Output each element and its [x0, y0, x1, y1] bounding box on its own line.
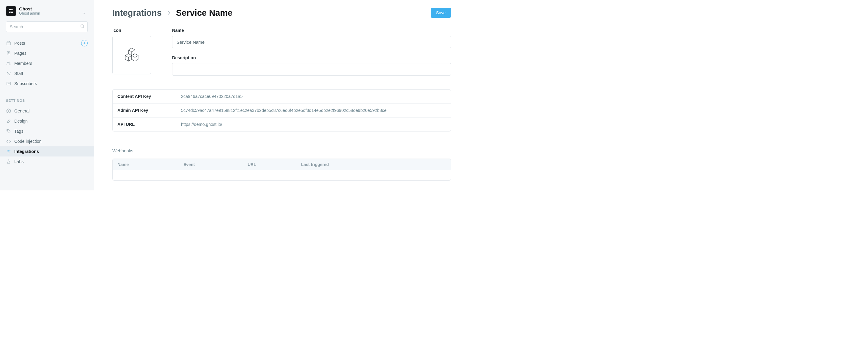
nav-primary: Posts Pages Members — [0, 36, 94, 90]
flask-icon — [6, 159, 11, 164]
svg-rect-0 — [9, 9, 11, 10]
svg-rect-4 — [11, 12, 13, 13]
svg-point-19 — [7, 72, 9, 73]
webhooks-table-body-empty — [113, 170, 451, 180]
sidebar-item-posts[interactable]: Posts — [0, 38, 94, 48]
api-key-label: Content API Key — [117, 94, 181, 99]
api-row-content-key[interactable]: Content API Key 2ca946a7cace69470220a7d1… — [113, 90, 451, 103]
sidebar-item-tags[interactable]: Tags — [0, 126, 94, 136]
svg-line-28 — [8, 151, 8, 152]
sidebar-item-label: Staff — [14, 71, 88, 76]
api-key-value: 2ca946a7cace69470220a7d1a5 — [181, 94, 446, 99]
integrations-icon — [6, 149, 11, 154]
api-key-label: API URL — [117, 122, 181, 127]
sidebar-item-members[interactable]: Members — [0, 58, 94, 68]
description-field-label: Description — [172, 55, 451, 60]
sidebar-item-staff[interactable]: Staff — [0, 68, 94, 79]
svg-rect-1 — [12, 9, 13, 10]
integration-icon-upload[interactable] — [112, 36, 151, 75]
sidebar-item-label: General — [14, 109, 88, 113]
brand-title: Ghost — [19, 6, 40, 11]
svg-marker-31 — [128, 48, 135, 52]
search-icon — [80, 24, 85, 30]
search-input[interactable] — [6, 22, 88, 32]
settings-heading: SETTINGS — [0, 90, 94, 104]
pages-icon — [6, 51, 11, 56]
sidebar-item-labs[interactable]: Labs — [0, 156, 94, 167]
sidebar-item-subscribers[interactable]: Subscribers — [0, 79, 94, 89]
webhooks-table: Name Event URL Last triggered — [112, 158, 451, 181]
sidebar-item-label: Integrations — [14, 149, 88, 154]
brush-icon — [6, 118, 11, 124]
svg-rect-3 — [9, 12, 10, 13]
breadcrumb-current: Service Name — [176, 8, 232, 18]
api-key-value: https://demo.ghost.io/ — [181, 122, 446, 127]
svg-point-18 — [9, 62, 10, 63]
api-key-value: 5c74dc59ac47a47e9158812f:1ec2ea37b2deb5c… — [181, 108, 446, 113]
sidebar-item-label: Pages — [14, 51, 88, 56]
api-row-admin-key[interactable]: Admin API Key 5c74dc59ac47a47e9158812f:1… — [113, 103, 451, 118]
webhook-col-last-triggered: Last triggered — [301, 162, 446, 167]
sidebar-item-label: Posts — [14, 41, 88, 46]
svg-point-23 — [8, 110, 9, 112]
webhook-col-url: URL — [248, 162, 301, 167]
sidebar-item-label: Labs — [14, 159, 88, 164]
svg-line-6 — [83, 27, 84, 28]
svg-rect-7 — [7, 42, 10, 45]
breadcrumb-root[interactable]: Integrations — [112, 8, 162, 18]
gear-icon — [6, 108, 11, 114]
sidebar-item-integrations[interactable]: Integrations — [0, 146, 94, 156]
icon-field-label: Icon — [112, 28, 161, 33]
save-button[interactable]: Save — [431, 8, 451, 18]
nav-settings: General Design Tags Code injection — [0, 104, 94, 168]
sidebar-item-label: Design — [14, 119, 88, 123]
sidebar-item-pages[interactable]: Pages — [0, 48, 94, 58]
brand-switcher[interactable]: Ghost Ghost admin — [0, 6, 94, 22]
sidebar-item-design[interactable]: Design — [0, 116, 94, 126]
webhook-col-event: Event — [183, 162, 248, 167]
ghost-logo-icon — [6, 6, 16, 16]
webhooks-table-header: Name Event URL Last triggered — [113, 159, 451, 170]
sidebar-item-general[interactable]: General — [0, 106, 94, 116]
svg-point-24 — [7, 130, 8, 130]
members-icon — [6, 61, 11, 66]
name-field-label: Name — [172, 28, 451, 33]
sidebar-item-code-injection[interactable]: Code injection — [0, 136, 94, 146]
webhook-col-name: Name — [117, 162, 183, 167]
tag-icon — [6, 128, 11, 134]
svg-rect-2 — [9, 11, 13, 11]
webhooks-heading: Webhooks — [112, 148, 451, 153]
sidebar-item-label: Code injection — [14, 139, 88, 144]
svg-point-17 — [7, 62, 9, 63]
svg-marker-35 — [132, 54, 138, 57]
name-input[interactable] — [172, 36, 451, 48]
chevron-down-icon — [82, 11, 87, 17]
brand-subtitle: Ghost admin — [19, 11, 40, 16]
sidebar-item-label: Subscribers — [14, 81, 88, 86]
sidebar: Ghost Ghost admin Posts — [0, 0, 94, 190]
api-row-api-url[interactable]: API URL https://demo.ghost.io/ — [113, 118, 451, 131]
api-key-label: Admin API Key — [117, 108, 181, 113]
sidebar-item-label: Tags — [14, 129, 88, 133]
sidebar-item-label: Members — [14, 61, 88, 66]
api-keys-card: Content API Key 2ca946a7cace69470220a7d1… — [112, 89, 451, 131]
cubes-icon — [123, 47, 140, 64]
svg-point-5 — [81, 25, 84, 27]
breadcrumb: Integrations Service Name — [112, 8, 232, 18]
svg-marker-33 — [125, 54, 132, 57]
add-post-button[interactable] — [81, 40, 88, 47]
main-content: Integrations Service Name Save Icon — [94, 0, 465, 190]
svg-line-29 — [9, 151, 9, 152]
calendar-icon — [6, 40, 11, 46]
mail-icon — [6, 81, 11, 86]
description-input[interactable] — [172, 63, 451, 76]
staff-icon — [6, 71, 11, 76]
code-icon — [6, 139, 11, 144]
chevron-right-icon — [166, 8, 172, 18]
